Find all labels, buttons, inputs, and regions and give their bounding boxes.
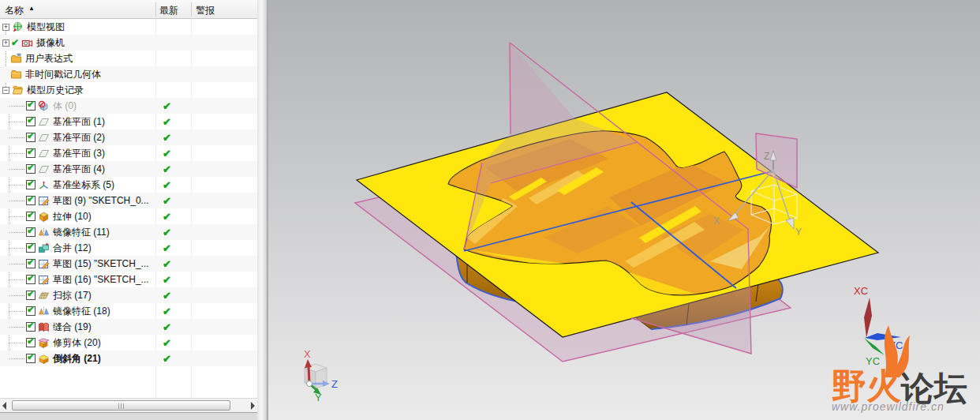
tree-item-label: 扫掠 (17) [53, 289, 92, 302]
sew-icon [38, 321, 50, 333]
tree-item-sweep-17[interactable]: ✔扫掠 (17)✔ [0, 287, 257, 303]
tree-item-name-cell: ✔修剪体 (20) [0, 335, 155, 351]
tree-item-label: 基准平面 (2) [53, 131, 105, 144]
feature-checkbox[interactable]: ✔ [26, 117, 36, 126]
tree-item-datum-plane-4[interactable]: ✔基准平面 (4)✔ [0, 161, 257, 177]
sort-ascending-icon[interactable]: ▲ [28, 5, 35, 12]
scroll-left-arrow-icon[interactable] [2, 402, 6, 410]
latest-status-cell: ✔ [155, 351, 191, 366]
tree-item-model-views[interactable]: +模型视图 [0, 19, 257, 35]
checkbox-check-icon: ✔ [27, 130, 35, 141]
alerts-cell [191, 193, 257, 208]
tree-item-sketch-15[interactable]: ✔草图 (15) "SKETCH_...✔ [0, 256, 257, 272]
alerts-cell [191, 287, 257, 303]
tree-item-datum-csys-5[interactable]: ✔基准坐标系 (5)✔ [0, 177, 257, 193]
alerts-cell [191, 303, 257, 319]
alerts-cell [191, 208, 257, 224]
alerts-cell [191, 161, 257, 177]
feature-checkbox[interactable]: ✔ [26, 180, 36, 189]
feature-checkbox[interactable]: ✔ [26, 196, 36, 205]
tree-item-datum-plane-3[interactable]: ✔基准平面 (3)✔ [0, 145, 257, 161]
tree-item-datum-plane-2[interactable]: ✔基准平面 (2)✔ [0, 129, 257, 145]
collapse-toggle[interactable]: − [2, 87, 9, 94]
graphics-viewport[interactable]: Z X Y X Z Y XC ZC YC 野火 论坛 www.proewildf [268, 0, 980, 420]
tree-item-sew-19[interactable]: ✔缝合 (19)✔ [0, 319, 257, 335]
chamfer-icon [38, 353, 50, 365]
tree-item-non-timestamp-geometry[interactable]: 非时间戳记几何体 [0, 66, 257, 82]
feature-checkbox[interactable]: ✔ [26, 101, 36, 111]
tree-item-mirror-18[interactable]: ✔镜像特征 (18)✔ [0, 303, 257, 319]
panel-splitter[interactable] [257, 0, 268, 420]
checkbox-check-icon: ✔ [27, 288, 35, 299]
tree-item-sketch-16[interactable]: ✔草图 (16) "SKETCH_...✔ [0, 272, 257, 287]
alerts-cell [191, 272, 257, 287]
up-to-date-check-icon: ✔ [163, 337, 171, 349]
latest-status-cell [155, 19, 191, 35]
up-to-date-check-icon: ✔ [163, 321, 171, 333]
column-header-latest[interactable]: 最新 [159, 4, 178, 17]
feature-checkbox[interactable]: ✔ [26, 148, 36, 158]
feature-checkbox[interactable]: ✔ [26, 322, 36, 332]
expand-toggle[interactable]: + [2, 24, 9, 31]
feature-checkbox[interactable]: ✔ [26, 212, 36, 221]
datum-csys-icon [38, 179, 50, 191]
checkbox-check-icon: ✔ [27, 114, 35, 126]
tree-item-datum-plane-1[interactable]: ✔基准平面 (1)✔ [0, 114, 257, 129]
feature-checkbox[interactable]: ✔ [26, 259, 36, 268]
alerts-cell [191, 177, 257, 193]
tree-item-name-cell: ✔基准平面 (3) [0, 145, 155, 161]
column-header-alerts[interactable]: 警报 [196, 4, 215, 17]
feature-checkbox[interactable]: ✔ [26, 306, 36, 316]
alerts-cell [191, 256, 257, 272]
tree-item-label: 模型视图 [27, 21, 65, 34]
latest-status-cell: ✔ [155, 224, 191, 240]
feature-checkbox[interactable]: ✔ [26, 275, 36, 284]
latest-status-cell: ✔ [155, 145, 191, 161]
tree-item-mirror-11[interactable]: ✔镜像特征 (11)✔ [0, 224, 257, 240]
scroll-right-arrow-icon[interactable] [251, 402, 255, 410]
alerts-cell [191, 335, 257, 351]
3d-canvas[interactable]: Z X Y X Z Y XC ZC YC 野火 论坛 www.proewildf [268, 0, 980, 420]
tree-item-label: 非时间戳记几何体 [25, 68, 101, 81]
feature-checkbox[interactable]: ✔ [26, 164, 36, 174]
tree-item-chamfer-21[interactable]: ✔倒斜角 (21)✔ [0, 351, 257, 366]
up-to-date-check-icon: ✔ [163, 163, 171, 175]
tree-item-body-0[interactable]: ✔体 (0)✔ [0, 98, 257, 114]
alerts-cell [191, 129, 257, 145]
alerts-cell [191, 66, 257, 82]
tree-item-trim-body-20[interactable]: ✔修剪体 (20)✔ [0, 335, 257, 351]
tree-item-unite-12[interactable]: ✔合并 (12)✔ [0, 240, 257, 256]
feature-checkbox[interactable]: ✔ [26, 227, 36, 237]
tree-item-label: 合并 (12) [53, 242, 92, 255]
horizontal-scrollbar[interactable] [0, 398, 257, 412]
tree-item-label: 基准平面 (1) [53, 115, 105, 129]
tree-item-label: 用户表达式 [25, 52, 73, 66]
alerts-cell [191, 98, 257, 114]
tree-item-name-cell: ✔基准平面 (2) [0, 129, 155, 145]
tree-item-cameras[interactable]: +✔摄像机 [0, 35, 257, 51]
feature-checkbox[interactable]: ✔ [26, 338, 36, 347]
up-to-date-check-icon: ✔ [163, 211, 171, 223]
expand-toggle[interactable]: + [2, 39, 9, 47]
tree-item-model-history[interactable]: −模型历史记录 [0, 82, 257, 98]
panel-bottom-edge [0, 412, 257, 420]
latest-status-cell: ✔ [155, 303, 191, 319]
tree-item-label: 镜像特征 (18) [53, 305, 110, 318]
tree-item-label: 体 (0) [53, 99, 77, 113]
tree-item-sketch-9[interactable]: ✔草图 (9) "SKETCH_0...✔ [0, 193, 257, 208]
mirror-icon [38, 227, 50, 238]
tree-item-user-expressions[interactable]: 用户表达式 [0, 51, 257, 66]
feature-checkbox[interactable]: ✔ [26, 133, 36, 142]
latest-status-cell: ✔ [155, 208, 191, 224]
checkbox-check-icon: ✔ [27, 178, 35, 189]
tree-item-extrude-10[interactable]: ✔拉伸 (10)✔ [0, 208, 257, 224]
feature-checkbox[interactable]: ✔ [26, 354, 36, 363]
csys-y-label: Y [795, 227, 802, 238]
latest-status-cell [155, 82, 191, 98]
up-to-date-check-icon: ✔ [163, 274, 171, 286]
tree-item-name-cell: −模型历史记录 [0, 82, 155, 98]
column-header-name[interactable]: 名称 [5, 4, 24, 17]
feature-checkbox[interactable]: ✔ [26, 291, 36, 300]
scrollbar-thumb[interactable] [12, 400, 230, 411]
feature-checkbox[interactable]: ✔ [26, 243, 36, 253]
